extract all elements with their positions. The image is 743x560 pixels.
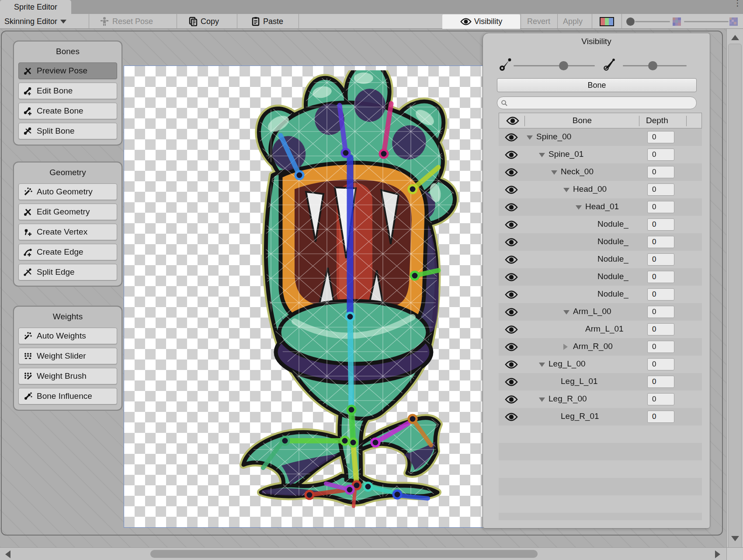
scroll-right-icon[interactable] [715, 550, 720, 558]
depth-input[interactable]: 0 [647, 306, 674, 318]
foldout-down-icon[interactable] [539, 153, 545, 157]
tool-button-create-bone[interactable]: Create Bone [18, 103, 117, 119]
foldout-down-icon[interactable] [563, 310, 569, 315]
eye-icon[interactable] [505, 238, 518, 246]
tool-button-bone-influence[interactable]: Bone Influence [18, 388, 117, 404]
scroll-down-icon[interactable] [731, 536, 739, 541]
bone-row-nodule[interactable]: Nodule_0 [499, 216, 702, 233]
bone-row-nodule[interactable]: Nodule_0 [499, 233, 702, 251]
foldout-down-icon[interactable] [576, 205, 582, 210]
depth-input[interactable]: 0 [647, 411, 674, 423]
visibility-eye-toggle[interactable] [505, 238, 518, 249]
eye-icon[interactable] [505, 395, 518, 404]
bone-row-spine_00[interactable]: Spine_000 [499, 128, 702, 146]
bone-joint[interactable] [306, 491, 313, 499]
tool-button-edit-bone[interactable]: Edit Bone [18, 83, 117, 99]
visibility-eye-toggle[interactable] [505, 290, 518, 301]
bone-joint[interactable] [342, 149, 350, 157]
foldout-down-icon[interactable] [551, 170, 557, 175]
depth-input[interactable]: 0 [647, 376, 674, 388]
eye-icon[interactable] [505, 256, 518, 264]
eye-icon[interactable] [505, 413, 518, 421]
foldout-down-icon[interactable] [539, 363, 545, 367]
bone-row-leg_r_01[interactable]: Leg_R_010 [499, 408, 702, 425]
bone-joint[interactable] [380, 150, 388, 158]
tool-button-edit-geometry[interactable]: Edit Geometry [18, 204, 117, 220]
visibility-eye-toggle[interactable] [505, 186, 518, 196]
eye-icon[interactable] [505, 168, 518, 176]
bone-joint[interactable] [295, 171, 303, 179]
eye-icon[interactable] [505, 221, 518, 229]
bone-gizmo[interactable] [398, 495, 428, 498]
bone-row-leg_l_00[interactable]: Leg_L_000 [499, 356, 702, 373]
visibility-eye-toggle[interactable] [505, 273, 518, 283]
bone-row-arm_l_00[interactable]: Arm_L_000 [499, 303, 702, 321]
depth-input[interactable]: 0 [647, 358, 674, 370]
bone-row-nodule[interactable]: Nodule_0 [499, 286, 702, 303]
visibility-eye-toggle[interactable] [505, 221, 518, 231]
eye-icon[interactable] [505, 133, 518, 142]
depth-input[interactable]: 0 [647, 288, 674, 301]
depth-input[interactable]: 0 [647, 201, 674, 213]
bone-joint[interactable] [411, 272, 419, 280]
visibility-eye-toggle[interactable] [505, 343, 518, 353]
depth-input[interactable]: 0 [647, 218, 674, 231]
depth-input[interactable]: 0 [647, 253, 674, 266]
bone-joint[interactable] [346, 486, 354, 494]
bone-joint[interactable] [364, 483, 372, 491]
bone-row-spine_01[interactable]: Spine_010 [499, 146, 702, 163]
column-bone[interactable]: Bone [525, 116, 639, 125]
bone-row-head_01[interactable]: Head_010 [499, 198, 702, 216]
tool-button-preview-pose[interactable]: Preview Pose [18, 62, 117, 79]
bone-row-nodule[interactable]: Nodule_0 [499, 268, 702, 286]
depth-input[interactable]: 0 [647, 149, 674, 161]
pattern-slider-track[interactable] [684, 21, 729, 22]
sprite-color-swatch-button[interactable] [600, 17, 614, 26]
visibility-eye-toggle[interactable] [505, 133, 518, 144]
column-separator[interactable] [639, 116, 639, 126]
copy-button[interactable]: Copy [189, 14, 219, 29]
visibility-eye-toggle[interactable] [505, 168, 518, 179]
bone-row-arm_l_01[interactable]: Arm_L_010 [499, 321, 702, 338]
apply-button[interactable]: Apply [563, 14, 583, 29]
depth-input[interactable]: 0 [647, 393, 674, 405]
bone-gizmo[interactable] [350, 317, 351, 409]
visibility-eye-toggle[interactable] [505, 378, 518, 388]
bone-row-arm_r_00[interactable]: Arm_R_000 [499, 338, 702, 356]
eye-icon[interactable] [505, 378, 518, 386]
opacity-slider-knob[interactable] [626, 17, 635, 26]
bone-row-nodule[interactable]: Nodule_0 [499, 251, 702, 268]
kebab-menu-icon[interactable]: ⋮ [733, 1, 739, 5]
bone-gizmo[interactable] [354, 491, 355, 506]
bone-joint[interactable] [409, 185, 417, 193]
bone-joint[interactable] [409, 415, 417, 423]
bone-joint[interactable] [349, 439, 357, 446]
depth-input[interactable]: 0 [647, 271, 674, 283]
bone-opacity-slider-track[interactable] [514, 65, 595, 66]
bone-gizmo[interactable] [351, 411, 353, 442]
visibility-eye-toggle[interactable] [505, 413, 518, 423]
tool-button-create-edge[interactable]: Create Edge [18, 244, 117, 260]
bone-joint[interactable] [281, 437, 289, 445]
bone-joint[interactable] [346, 313, 354, 321]
vertical-scrollbar-thumb[interactable] [728, 44, 742, 550]
tool-button-weight-slider[interactable]: Weight Slider [18, 348, 117, 364]
bone-joint[interactable] [372, 439, 379, 446]
depth-input[interactable]: 0 [647, 131, 674, 143]
bone-tab[interactable]: Bone [497, 78, 697, 92]
eye-icon[interactable] [505, 186, 518, 194]
column-separator[interactable] [686, 116, 687, 126]
scroll-left-icon[interactable] [5, 550, 10, 558]
eye-icon[interactable] [505, 343, 518, 351]
horizontal-scrollbar[interactable] [0, 547, 726, 560]
paste-button[interactable]: Paste [251, 14, 283, 29]
vertical-scrollbar[interactable] [726, 29, 743, 547]
visibility-eye-toggle[interactable] [505, 151, 518, 161]
bone-row-leg_r_00[interactable]: Leg_R_000 [499, 391, 702, 408]
eye-icon[interactable] [505, 325, 518, 334]
tab-sprite-editor[interactable]: Sprite Editor [0, 0, 71, 14]
visibility-toggle-button[interactable]: Visibility [442, 14, 520, 29]
eye-icon[interactable] [505, 273, 518, 281]
tool-button-create-vertex[interactable]: Create Vertex [18, 224, 117, 240]
column-separator[interactable] [524, 116, 525, 126]
